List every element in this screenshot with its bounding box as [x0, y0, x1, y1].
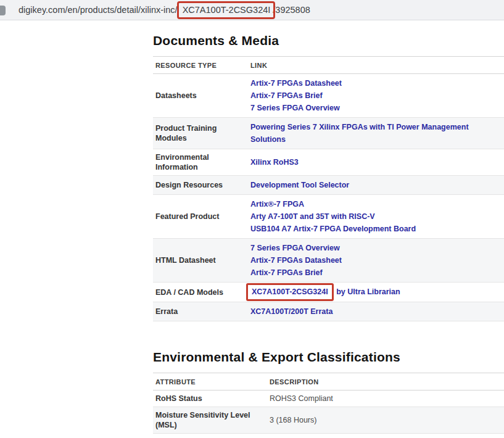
documents-media-table: RESOURCE TYPE LINK Datasheets Artix-7 FP… [153, 56, 504, 321]
table-row-featured-product: Featured Product Artix®-7 FPGA Arty A7-1… [153, 195, 504, 239]
errata-link[interactable]: XC7A100T/200T Errata [250, 305, 333, 318]
documents-media-title: Documents & Media [153, 33, 504, 48]
row-label: Errata [153, 307, 250, 316]
eda-part-number: XC7A100T-2CSG324I [252, 287, 328, 296]
table-row-msl: Moisture Sensitivity Level (MSL) 3 (168 … [153, 407, 504, 434]
eda-cad-annotation-box: XC7A100T-2CSG324I [246, 283, 334, 301]
row-label: Moisture Sensitivity Level (MSL) [153, 410, 270, 430]
row-label: Datasheets [153, 91, 250, 101]
environmental-export-table: ATTRIBUTE DESCRIPTION RoHS Status ROHS3 … [153, 373, 504, 438]
url-suffix: /3925808 [273, 5, 310, 15]
table-row-product-training: Product Training Modules Powering Series… [153, 118, 504, 149]
description-header: DESCRIPTION [270, 378, 319, 386]
row-label: RoHS Status [153, 394, 270, 403]
eda-link-rest: by Ultra Librarian [334, 287, 400, 296]
url-highlight-annotation: XC7A100T-2CSG324I [177, 1, 276, 19]
browser-address-bar[interactable]: digikey.com/en/products/detail/xilinx-in… [0, 0, 504, 20]
environmental-export-title: Environmental & Export Classifications [153, 350, 504, 365]
featured-product-link[interactable]: Artix®-7 FPGA [250, 198, 416, 210]
documents-table-header: RESOURCE TYPE LINK [153, 57, 504, 74]
row-label: EDA / CAD Models [153, 287, 250, 297]
html-datasheet-link[interactable]: Artix-7 FPGAs Brief [250, 267, 342, 279]
datasheet-link[interactable]: Artix-7 FPGAs Brief [250, 89, 342, 102]
html-datasheet-link[interactable]: 7 Series FPGA Overview [250, 242, 342, 254]
html-datasheet-link[interactable]: Artix-7 FPGAs Datasheet [250, 254, 342, 267]
row-value: 3 (168 Hours) [270, 415, 316, 425]
table-row-eda-cad-models: EDA / CAD Models XC7A100T-2CSG324I by Ul… [153, 283, 504, 302]
link-header: LINK [250, 62, 267, 69]
url-part-number: XC7A100T-2CSG324I [183, 5, 271, 15]
table-row-rohs-status: RoHS Status ROHS3 Compliant [153, 390, 504, 407]
table-row-environmental-info: Environmental Information Xilinx RoHS3 [153, 149, 504, 176]
environmental-table-header: ATTRIBUTE DESCRIPTION [153, 373, 504, 390]
eda-cad-model-link[interactable]: XC7A100T-2CSG324I by Ultra Librarian [250, 286, 400, 299]
training-module-link[interactable]: Powering Series 7 Xilinx FPGAs with TI P… [250, 121, 504, 146]
datasheet-link[interactable]: Artix-7 FPGAs Datasheet [250, 77, 342, 89]
resource-type-header: RESOURCE TYPE [153, 62, 250, 69]
table-row-errata: Errata XC7A100T/200T Errata [153, 302, 504, 321]
featured-product-link[interactable]: USB104 A7 Artix-7 FPGA Development Board [250, 223, 416, 235]
row-label: Environmental Information [153, 152, 250, 172]
featured-product-link[interactable]: Arty A7-100T and 35T with RISC-V [250, 210, 416, 223]
table-row-html-datasheet: HTML Datasheet 7 Series FPGA Overview Ar… [153, 239, 504, 283]
url-prefix: digikey.com/en/products/detail/xilinx-in… [19, 5, 178, 15]
row-label: Design Resources [153, 180, 250, 190]
table-row-reach-status: REACH Status REACH Unaffected [153, 434, 504, 438]
design-resource-link[interactable]: Development Tool Selector [250, 179, 349, 191]
datasheet-link[interactable]: 7 Series FPGA Overview [250, 102, 342, 114]
row-value: ROHS3 Compliant [270, 394, 333, 403]
environmental-info-link[interactable]: Xilinx RoHS3 [250, 156, 299, 168]
page-content: Documents & Media RESOURCE TYPE LINK Dat… [153, 33, 504, 438]
table-row-datasheets: Datasheets Artix-7 FPGAs Datasheet Artix… [153, 74, 504, 118]
row-label: Featured Product [153, 212, 250, 221]
row-label: Product Training Modules [153, 123, 250, 143]
browser-icon-partial [0, 6, 6, 15]
table-row-design-resources: Design Resources Development Tool Select… [153, 176, 504, 195]
row-label: HTML Datasheet [153, 255, 250, 265]
attribute-header: ATTRIBUTE [153, 378, 270, 386]
